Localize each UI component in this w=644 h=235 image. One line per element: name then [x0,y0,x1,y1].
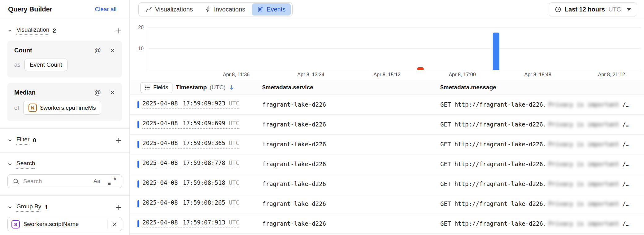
message-redacted-blur: Privacy is important [548,101,619,108]
timestamp-time: 17:59:09:699 [183,120,225,126]
x-axis-tick-label: Apr 8, 11:36 [223,72,250,78]
service-cell: fragrant-lake-d226 [262,101,326,108]
timestamp-date: 2025-04-08 [142,199,178,206]
timestamp-cell[interactable]: 2025-04-0817:59:08:265UTC [142,199,239,208]
fields-button[interactable]: Fields [140,82,172,93]
tab-label: Invocations [214,6,245,13]
table-row[interactable]: 2025-04-0817:59:08:265UTC fragrant-lake-… [130,194,644,214]
table-row[interactable]: 2025-04-0817:59:09:699UTC fragrant-lake-… [130,115,644,135]
string-type-icon: S [11,220,20,228]
tab-invocations[interactable]: Invocations [200,3,250,16]
message-prefix: GET http://fragrant-lake-d226. [440,101,546,108]
time-range-label: Last 12 hours [565,6,605,13]
search-icon [13,178,19,184]
message-cell: GET http://fragrant-lake-d226.Privacy is… [440,121,629,128]
main-panel: Visualizations Invocations Events [130,0,644,235]
tab-visualizations[interactable]: Visualizations [140,3,198,16]
message-cell: GET http://fragrant-lake-d226.Privacy is… [440,220,629,227]
close-icon[interactable] [110,48,115,53]
chevron-down-icon[interactable] [7,28,12,33]
table-row[interactable]: 2025-04-0817:59:08:778UTC fragrant-lake-… [130,154,644,174]
table-row[interactable]: 2025-04-0817:59:09:365UTC fragrant-lake-… [130,135,644,154]
column-header-timestamp[interactable]: Timestamp (UTC) [176,84,234,91]
chevron-down-icon[interactable] [7,162,12,167]
message-redacted-blur: Privacy is important [548,161,619,167]
tab-label: Events [267,6,285,13]
message-redacted-blur: Privacy is important [548,180,619,187]
add-visualization-button[interactable] [115,28,122,34]
chart-line-icon [146,6,152,13]
timestamp-cell[interactable]: 2025-04-0817:59:09:365UTC [142,140,239,149]
list-checklist-icon [145,85,150,91]
time-range-timezone: UTC [608,6,621,13]
median-card-title: Median [14,89,36,96]
timestamp-header-label: Timestamp [176,84,207,91]
chart-bar[interactable] [417,67,424,70]
message-redacted-blur: Privacy is important [548,220,619,227]
close-icon[interactable] [110,90,115,95]
column-header-message[interactable]: $metadata.message [440,84,496,91]
timestamp-tz: UTC [229,159,239,166]
timestamp-cell[interactable]: 2025-04-0817:59:07:913UTC [142,219,239,228]
timestamp-date: 2025-04-08 [142,179,178,186]
event-indicator-bar [137,101,139,108]
caret-down-icon [627,8,631,11]
add-group-by-button[interactable] [115,204,122,211]
sort-desc-icon[interactable] [229,85,234,90]
message-prefix: GET http://fragrant-lake-d226. [440,161,546,167]
table-row[interactable]: 2025-04-0817:59:07:913UTC fragrant-lake-… [130,214,644,234]
column-header-service[interactable]: $metadata.service [262,84,313,91]
message-redacted-blur: Privacy is important [548,200,619,207]
message-suffix: /… [622,161,629,167]
timestamp-time: 17:59:08:518 [183,179,225,186]
at-sign-icon[interactable]: @ [94,89,101,96]
message-prefix: GET http://fragrant-lake-d226. [440,121,546,128]
chevron-down-icon[interactable] [7,138,12,143]
event-count-chart: 1020 Apr 8, 11:36Apr 8, 13:24Apr 8, 15:1… [130,19,644,80]
timestamp-cell[interactable]: 2025-04-0817:59:08:778UTC [142,159,239,168]
timestamp-tz: UTC [229,140,239,146]
x-axis-tick-label: Apr 8, 18:48 [524,72,551,78]
search-section-label: Search [16,160,35,169]
table-row[interactable]: 2025-04-0817:59:08:518UTC fragrant-lake-… [130,174,644,194]
message-header-label: $metadata.message [440,84,496,91]
visualization-count: 2 [53,27,56,34]
message-cell: GET http://fragrant-lake-d226.Privacy is… [440,161,629,167]
of-label: of [14,104,19,111]
message-prefix: GET http://fragrant-lake-d226. [440,180,546,187]
timestamp-tz: UTC [229,199,239,206]
group-by-chip[interactable]: S $workers.scriptName [7,217,122,231]
message-suffix: /… [622,180,629,187]
remove-group-by-button[interactable] [107,222,122,227]
regex-star-icon: * [113,175,116,184]
match-case-toggle[interactable]: Aa [94,178,100,184]
events-table: Fields Timestamp (UTC) $metadata.service… [130,80,644,235]
chevron-down-icon[interactable] [7,205,12,210]
chart-bar[interactable] [493,33,499,70]
timestamp-cell[interactable]: 2025-04-0817:59:09:923UTC [142,100,239,109]
timestamp-cell[interactable]: 2025-04-0817:59:08:518UTC [142,179,239,188]
search-input[interactable]: Search Aa * [7,174,122,188]
time-range-selector[interactable]: Last 12 hours UTC [549,2,637,16]
cputimems-chip[interactable]: N $workers.cpuTimeMs [23,101,101,115]
cputimems-chip-label: $workers.cpuTimeMs [40,104,96,111]
chart-plot-area [148,27,641,70]
add-filter-button[interactable] [115,137,122,144]
message-cell: GET http://fragrant-lake-d226.Privacy is… [440,180,629,187]
timestamp-tz: UTC [229,219,239,226]
event-indicator-bar [137,121,139,128]
divider [0,152,129,153]
table-row[interactable]: 2025-04-0817:59:09:923UTC fragrant-lake-… [130,95,644,115]
regex-toggle[interactable]: * [108,178,116,185]
event-count-chip[interactable]: Event Count [24,59,67,71]
median-visualization-card: Median @ of N $workers.cpuTimeMs [7,83,122,121]
tab-events[interactable]: Events [252,3,291,16]
divider [0,128,129,129]
at-sign-icon[interactable]: @ [94,47,101,54]
service-cell: fragrant-lake-d226 [262,161,326,167]
timestamp-cell[interactable]: 2025-04-0817:59:09:699UTC [142,120,239,129]
search-placeholder: Search [23,178,42,185]
event-indicator-bar [137,180,139,188]
clear-all-link[interactable]: Clear all [95,6,116,13]
numeric-type-icon: N [28,104,37,112]
